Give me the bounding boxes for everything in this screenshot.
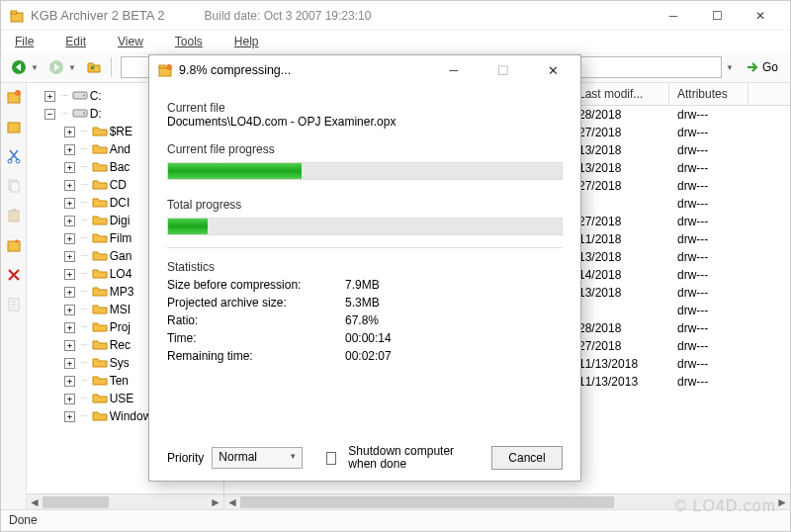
side-toolbar: [1, 83, 27, 509]
stat-size-before-label: Size before compression:: [167, 278, 345, 292]
dialog-close-button[interactable]: ✕: [539, 63, 567, 78]
menu-edit[interactable]: Edit: [59, 33, 92, 50]
open-folder-button[interactable]: [82, 55, 106, 79]
expander-icon[interactable]: +: [64, 358, 75, 369]
current-progress-bar: [167, 162, 563, 180]
expander-icon[interactable]: +: [64, 162, 75, 173]
menu-help[interactable]: Help: [228, 33, 265, 50]
total-progress-label: Total progress: [167, 198, 563, 212]
statistics-grid: Size before compression: 7.9MB Projected…: [167, 278, 563, 363]
shutdown-label: Shutdown computer when done: [348, 445, 476, 471]
svg-point-16: [83, 95, 85, 97]
dialog-titlebar[interactable]: 9.8% compressing... ─ ☐ ✕: [149, 55, 580, 85]
cut-icon[interactable]: [4, 146, 24, 166]
priority-select[interactable]: Normal: [212, 447, 303, 469]
svg-rect-12: [12, 209, 16, 212]
stat-projected-value: 5.3MB: [345, 296, 563, 310]
expander-icon[interactable]: +: [64, 251, 75, 262]
cancel-button[interactable]: Cancel: [491, 446, 563, 470]
expander-icon[interactable]: +: [64, 216, 75, 226]
current-file-value: Documents\LO4D.com - OPJ Examiner.opx: [167, 115, 563, 129]
close-button[interactable]: ✕: [739, 2, 782, 30]
properties-icon[interactable]: [4, 295, 24, 314]
copy-icon[interactable]: [4, 176, 24, 196]
expander-icon[interactable]: +: [64, 340, 75, 351]
menu-view[interactable]: View: [112, 33, 149, 50]
col-attributes[interactable]: Attributes: [669, 83, 748, 105]
back-button[interactable]: [7, 55, 31, 79]
shutdown-checkbox[interactable]: [326, 452, 336, 465]
expander-icon[interactable]: +: [64, 180, 75, 191]
stat-time-value: 00:00:14: [345, 331, 563, 345]
delete-icon[interactable]: [4, 265, 24, 285]
stat-remaining-value: 00:02:07: [345, 349, 563, 363]
expander-icon[interactable]: +: [64, 127, 75, 137]
dialog-maximize-button[interactable]: ☐: [489, 63, 517, 78]
titlebar: KGB Archiver 2 BETA 2 Build date: Oct 3 …: [1, 1, 790, 31]
extract-icon[interactable]: [4, 117, 24, 136]
svg-point-5: [15, 90, 21, 96]
go-label: Go: [762, 60, 778, 74]
stat-ratio-value: 67.8%: [345, 313, 563, 327]
toolbar-separator: [111, 57, 112, 77]
minimize-button[interactable]: ─: [652, 2, 695, 30]
status-text: Done: [9, 513, 38, 527]
expander-icon[interactable]: +: [64, 269, 75, 280]
stat-remaining-label: Remaining time:: [167, 349, 345, 363]
col-modified[interactable]: Last modif...: [571, 83, 669, 105]
statistics-label: Statistics: [167, 260, 563, 274]
build-date: Build date: Oct 3 2007 19:23:10: [205, 9, 372, 23]
tree-hscroll[interactable]: ◄►: [27, 493, 223, 509]
forward-dropdown[interactable]: ▼: [68, 63, 76, 72]
expander-icon[interactable]: +: [64, 144, 75, 155]
expander-icon[interactable]: +: [64, 287, 75, 298]
svg-rect-11: [9, 211, 19, 222]
expander-icon[interactable]: +: [64, 376, 75, 387]
paste-icon[interactable]: [4, 206, 24, 225]
expander-icon[interactable]: +: [64, 198, 75, 209]
svg-rect-20: [159, 65, 165, 68]
svg-rect-13: [8, 241, 20, 251]
main-window: KGB Archiver 2 BETA 2 Build date: Oct 3 …: [0, 0, 791, 532]
window-title: KGB Archiver 2 BETA 2: [31, 8, 165, 23]
menubar: File Edit View Tools Help: [1, 31, 790, 52]
expander-icon[interactable]: +: [64, 411, 75, 422]
current-file-label: Current file: [167, 101, 563, 115]
list-hscroll[interactable]: ◄►: [224, 493, 790, 509]
compress-icon[interactable]: [4, 87, 24, 107]
menu-tools[interactable]: Tools: [169, 33, 209, 50]
expander-icon[interactable]: +: [44, 91, 55, 102]
back-dropdown[interactable]: ▼: [31, 63, 39, 72]
forward-button[interactable]: [44, 55, 68, 79]
expander-icon[interactable]: +: [64, 394, 75, 404]
compress-dialog: 9.8% compressing... ─ ☐ ✕ Current file D…: [148, 54, 581, 482]
svg-rect-6: [8, 123, 20, 133]
current-progress-label: Current file progress: [167, 142, 563, 156]
svg-rect-10: [11, 182, 19, 192]
status-bar: Done: [1, 509, 790, 531]
menu-file[interactable]: File: [9, 33, 40, 50]
current-progress-fill: [168, 163, 302, 179]
stat-projected-label: Projected archive size:: [167, 296, 345, 310]
expander-icon[interactable]: +: [64, 322, 75, 333]
maximize-button[interactable]: ☐: [695, 2, 739, 30]
svg-point-18: [83, 113, 85, 115]
archive-icon: [157, 62, 173, 78]
stat-ratio-label: Ratio:: [167, 313, 345, 327]
app-icon: [9, 8, 25, 24]
go-button[interactable]: Go: [740, 58, 784, 76]
stat-time-label: Time:: [167, 331, 345, 345]
stat-size-before-value: 7.9MB: [345, 278, 563, 292]
dialog-minimize-button[interactable]: ─: [440, 63, 468, 78]
total-progress-fill: [168, 219, 208, 234]
expander-icon[interactable]: −: [44, 109, 55, 120]
divider: [167, 247, 563, 248]
address-dropdown[interactable]: ▼: [726, 63, 734, 72]
svg-point-21: [166, 64, 172, 70]
total-progress-bar: [167, 218, 563, 235]
dialog-title: 9.8% compressing...: [179, 63, 291, 77]
expander-icon[interactable]: +: [64, 233, 75, 244]
new-icon[interactable]: [4, 235, 24, 255]
expander-icon[interactable]: +: [64, 305, 75, 315]
priority-value: Normal: [219, 450, 257, 464]
